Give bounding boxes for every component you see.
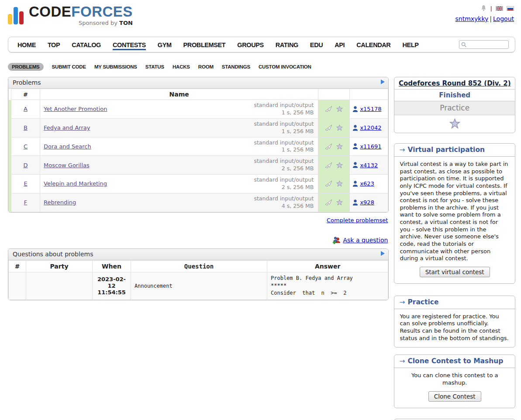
star-icon[interactable] xyxy=(336,124,343,131)
problem-index-link[interactable]: D xyxy=(23,162,28,169)
favorite-star-icon[interactable] xyxy=(394,115,515,133)
person-icon xyxy=(352,162,358,168)
person-icon xyxy=(352,181,358,187)
star-icon[interactable] xyxy=(336,162,343,169)
col-q-question: Question xyxy=(131,260,267,272)
col-index: # xyxy=(11,89,40,100)
star-icon[interactable] xyxy=(336,143,343,150)
subnav-room[interactable]: ROOM xyxy=(198,64,214,69)
send-plane-icon[interactable] xyxy=(325,106,332,112)
virtual-participation-text: Virtual contest is a way to take part in… xyxy=(400,161,508,262)
nav-item-groups[interactable]: GROUPS xyxy=(237,39,263,50)
send-plane-icon[interactable] xyxy=(325,124,332,131)
username-link[interactable]: sntmxykky xyxy=(455,15,488,22)
ask-question-link[interactable]: Ask a question xyxy=(343,237,388,244)
problem-index-link[interactable]: F xyxy=(24,199,27,206)
problem-limits: standard input/output2 s, 256 MB xyxy=(254,158,314,172)
uk-flag-icon[interactable] xyxy=(496,6,503,11)
complete-problemset-link[interactable]: Complete problemset xyxy=(327,217,388,224)
solved-count-link[interactable]: x12042 xyxy=(360,124,381,131)
questions-panel-title: Questions about problems xyxy=(8,249,388,260)
person-icon xyxy=(352,125,358,131)
nav-item-problemset[interactable]: PROBLEMSET xyxy=(183,39,226,50)
problems-panel-title: Problems xyxy=(8,77,388,89)
search-input[interactable] xyxy=(467,41,505,48)
problem-index-link[interactable]: A xyxy=(24,106,28,112)
search-icon xyxy=(461,42,467,48)
panel-expand-arrow-icon[interactable] xyxy=(381,251,385,256)
problem-index-link[interactable]: C xyxy=(24,143,28,150)
search-box xyxy=(459,40,509,49)
nav-item-calendar[interactable]: CALENDAR xyxy=(356,39,390,50)
main-column: Problems # Name A xyxy=(8,77,389,420)
send-plane-icon[interactable] xyxy=(325,180,332,187)
solved-count-link[interactable]: x11691 xyxy=(360,143,381,150)
nav-item-home[interactable]: HOME xyxy=(17,39,36,50)
problem-limits: standard input/output4 s, 256 MB xyxy=(254,195,314,210)
solved-count-link[interactable]: x4132 xyxy=(360,162,378,169)
contest-subnav: PROBLEMS SUBMIT CODE MY SUBMISSIONS STAT… xyxy=(0,62,521,71)
person-icon xyxy=(352,143,358,149)
problem-row-f: F Rebrending standard input/output4 s, 2… xyxy=(9,193,388,212)
practice-text: You are registered for practice. You can… xyxy=(394,309,515,348)
codeforces-logo[interactable]: CODEFORCES Sponsored by TON xyxy=(8,4,133,26)
col-name: Name xyxy=(40,89,318,100)
solved-count-link[interactable]: x928 xyxy=(360,199,374,206)
problem-name-link[interactable]: Velepin and Marketing xyxy=(44,180,107,187)
header: CODEFORCES Sponsored by TON | sntmxykky|… xyxy=(0,0,521,37)
contest-status: Finished xyxy=(394,90,515,101)
problems-panel: Problems # Name A xyxy=(8,77,389,213)
problem-limits: standard input/output1 s, 256 MB xyxy=(254,102,314,117)
ru-flag-icon[interactable] xyxy=(507,6,514,11)
subnav-my-submissions[interactable]: MY SUBMISSIONS xyxy=(94,64,137,69)
subnav-status[interactable]: STATUS xyxy=(145,64,164,69)
clone-mashup-title: →Clone Contest to Mashup xyxy=(394,355,515,368)
send-plane-icon[interactable] xyxy=(325,199,332,206)
logo-bars-icon xyxy=(8,4,25,24)
page: CODEFORCES Sponsored by TON | sntmxykky|… xyxy=(0,0,521,420)
send-plane-icon[interactable] xyxy=(325,162,332,169)
solved-count-link[interactable]: x15178 xyxy=(360,106,381,112)
nav-item-contests[interactable]: CONTESTS xyxy=(113,39,146,50)
problem-name-link[interactable]: Dora and Search xyxy=(44,143,91,150)
logout-link[interactable]: Logout xyxy=(493,15,514,22)
questions-panel: Questions about problems # Party When Qu… xyxy=(8,248,389,300)
star-icon[interactable] xyxy=(336,180,343,187)
send-plane-icon[interactable] xyxy=(325,143,332,150)
start-virtual-contest-button[interactable]: Start virtual contest xyxy=(420,267,490,277)
subnav-standings[interactable]: STANDINGS xyxy=(222,64,250,69)
star-icon[interactable] xyxy=(336,106,343,112)
subnav-custom-invocation[interactable]: CUSTOM INVOCATION xyxy=(259,64,311,69)
nav-item-api[interactable]: API xyxy=(335,39,345,50)
contest-materials-box: →Contest materials Announcement × Tutori… xyxy=(394,419,515,420)
problem-row-a: A Yet Another Promotion standard input/o… xyxy=(9,100,388,119)
solved-count-link[interactable]: x623 xyxy=(360,180,374,187)
problem-name-link[interactable]: Yet Another Promotion xyxy=(44,106,107,112)
problem-name-link[interactable]: Moscow Gorillas xyxy=(44,162,90,169)
nav-item-gym[interactable]: GYM xyxy=(158,39,172,50)
clone-contest-button[interactable]: Clone Contest xyxy=(428,391,481,402)
problem-index-link[interactable]: E xyxy=(24,180,27,187)
problem-name-link[interactable]: Fedya and Array xyxy=(44,124,90,131)
problems-table-header: # Name xyxy=(9,89,388,100)
nav-item-catalog[interactable]: CATALOG xyxy=(72,39,101,50)
nav-item-rating[interactable]: RATING xyxy=(276,39,298,50)
problem-limits: standard input/output1 s, 256 MB xyxy=(254,120,314,135)
subnav-submit-code[interactable]: SUBMIT CODE xyxy=(52,64,86,69)
questions-table: # Party When Question Answer 2023-02-12 … xyxy=(8,260,388,300)
logo-sponsor: Sponsored by TON xyxy=(79,20,133,26)
logo-wordmark: CODEFORCES xyxy=(29,4,133,19)
nav-item-top[interactable]: TOP xyxy=(48,39,60,50)
nav-item-help[interactable]: HELP xyxy=(402,39,418,50)
star-icon[interactable] xyxy=(336,199,343,206)
bell-icon[interactable] xyxy=(480,5,487,12)
clone-mashup-text: You can clone this contest to a mashup. xyxy=(411,372,498,386)
nav-item-edu[interactable]: EDU xyxy=(310,39,323,50)
col-q-when: When xyxy=(93,260,131,272)
problem-name-link[interactable]: Rebrending xyxy=(44,199,76,206)
subnav-problems[interactable]: PROBLEMS xyxy=(8,63,44,71)
panel-expand-arrow-icon[interactable] xyxy=(381,79,385,84)
subnav-hacks[interactable]: HACKS xyxy=(173,64,190,69)
problem-index-link[interactable]: B xyxy=(24,124,28,131)
contest-title-link[interactable]: Codeforces Round 852 (Div. 2) xyxy=(399,79,511,87)
